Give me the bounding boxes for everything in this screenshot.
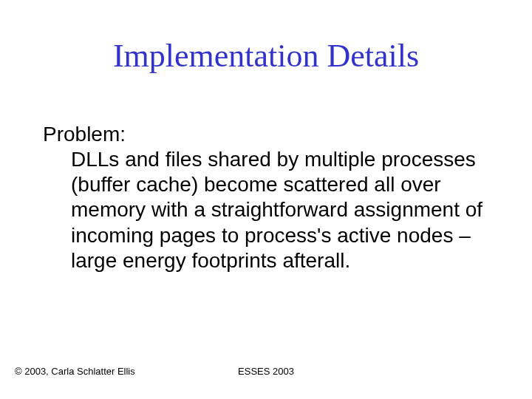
footer-event: ESSES 2003 [0,366,532,377]
slide-title: Implementation Details [0,38,532,74]
slide-body: Problem: DLLs and files shared by multip… [43,122,494,273]
problem-label: Problem: [43,122,494,147]
problem-text: DLLs and files shared by multiple proces… [43,147,494,273]
slide: Implementation Details Problem: DLLs and… [0,0,532,399]
